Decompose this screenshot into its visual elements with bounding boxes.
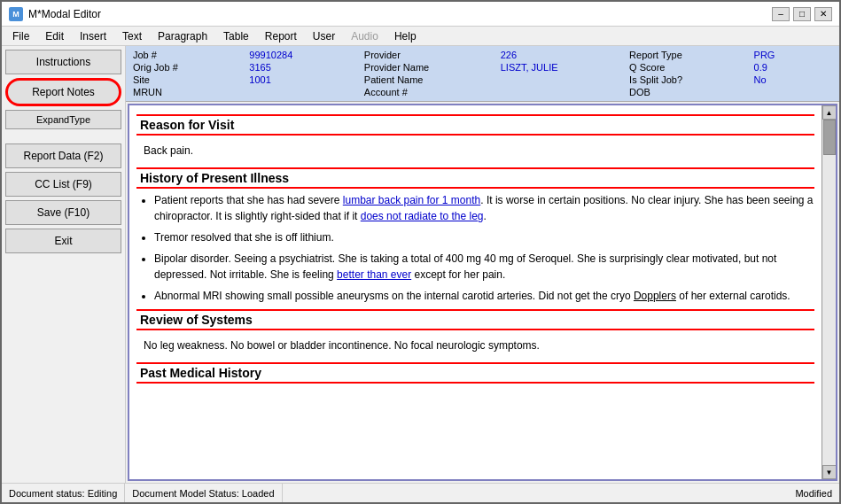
bullet-4: Abnormal MRI showing small possible aneu… <box>154 288 814 304</box>
menu-paragraph[interactable]: Paragraph <box>151 28 214 44</box>
minimize-button[interactable]: – <box>772 7 790 21</box>
account-value <box>501 87 615 97</box>
window-title: M*Modal Editor <box>28 8 101 20</box>
report-type-label: Report Type <box>629 50 739 60</box>
reason-for-visit-text: Back pain. <box>136 139 814 162</box>
exit-button[interactable]: Exit <box>5 229 121 253</box>
scroll-down-button[interactable]: ▼ <box>822 465 837 479</box>
job-value: 99910284 <box>249 50 350 60</box>
q-score-value: 0.9 <box>754 62 832 73</box>
header-grid: Job # 99910284 Provider 226 Report Type … <box>133 50 832 97</box>
section-reason-for-visit: Reason for Visit <box>136 114 814 136</box>
menu-help[interactable]: Help <box>387 28 424 44</box>
orig-job-label: Orig Job # <box>133 62 235 73</box>
status-bar: Document status: Editing Document Model … <box>2 483 839 502</box>
provider-name-value: LISZT, JULIE <box>501 62 615 73</box>
provider-value: 226 <box>501 50 615 60</box>
highlight-dopplers: Dopplers <box>634 290 676 302</box>
highlight-lumbar: lumbar back pain for 1 month <box>343 194 480 206</box>
bullet-2: Tremor resolved that she is off lithium. <box>154 229 814 245</box>
scroll-track[interactable] <box>822 120 836 465</box>
history-bullets: Patient reports that she has had severe … <box>136 192 814 304</box>
section-review: Review of Systems <box>136 309 814 330</box>
dob-label: DOB <box>629 87 739 97</box>
account-label: Account # <box>364 87 487 97</box>
site-label: Site <box>133 74 235 85</box>
instructions-button[interactable]: Instructions <box>5 50 121 74</box>
main-content: Job # 99910284 Provider 226 Report Type … <box>126 46 839 483</box>
menu-file[interactable]: File <box>5 28 36 44</box>
menu-report[interactable]: Report <box>258 28 304 44</box>
menu-user[interactable]: User <box>306 28 342 44</box>
job-label: Job # <box>133 50 235 60</box>
orig-job-value: 3165 <box>249 62 350 73</box>
bullet-1: Patient reports that she has had severe … <box>154 192 814 224</box>
menu-table[interactable]: Table <box>216 28 256 44</box>
document-status: Document status: Editing <box>2 484 125 502</box>
dob-value <box>754 87 832 97</box>
provider-label: Provider <box>364 50 487 60</box>
split-job-label: Is Split Job? <box>629 74 739 85</box>
report-data-button[interactable]: Report Data (F2) <box>5 143 121 168</box>
main-window: M M*Modal Editor – □ ✕ File Edit Insert … <box>0 0 841 504</box>
content-area: Instructions Report Notes ExpandType Rep… <box>2 46 839 483</box>
header-info: Job # 99910284 Provider 226 Report Type … <box>126 46 839 102</box>
highlight-radiate: does not radiate to the leg <box>361 210 484 222</box>
editor-area: Reason for Visit Back pain. History of P… <box>128 104 837 481</box>
section-past-medical: Past Medical History <box>136 362 814 384</box>
app-icon: M <box>9 7 23 21</box>
menu-insert[interactable]: Insert <box>73 28 113 44</box>
model-status: Document Model Status: Loaded <box>125 484 282 502</box>
q-score-label: Q Score <box>629 62 739 73</box>
menu-text[interactable]: Text <box>115 28 149 44</box>
scrollbar[interactable]: ▲ ▼ <box>822 105 836 479</box>
title-bar: M M*Modal Editor – □ ✕ <box>2 2 839 27</box>
menu-edit[interactable]: Edit <box>38 28 71 44</box>
menu-audio[interactable]: Audio <box>344 28 385 44</box>
sidebar: Instructions Report Notes ExpandType Rep… <box>2 46 126 483</box>
provider-name-label: Provider Name <box>364 62 487 73</box>
highlight-better: better than ever <box>337 268 411 281</box>
mrun-label: MRUN <box>133 87 235 97</box>
maximize-button[interactable]: □ <box>793 7 811 21</box>
title-controls: – □ ✕ <box>772 7 832 21</box>
bullet-3: Bipolar disorder. Seeing a psychiatrist.… <box>154 251 814 283</box>
patient-name-value <box>501 74 615 85</box>
split-job-value: No <box>754 74 832 85</box>
patient-name-label: Patient Name <box>364 74 487 85</box>
mrun-value <box>249 87 350 97</box>
close-button[interactable]: ✕ <box>814 7 832 21</box>
scroll-thumb[interactable] <box>823 120 836 155</box>
cc-list-button[interactable]: CC List (F9) <box>5 172 121 197</box>
report-type-value: PRG <box>754 50 832 60</box>
save-button[interactable]: Save (F10) <box>5 200 121 225</box>
editor-content[interactable]: Reason for Visit Back pain. History of P… <box>129 105 822 479</box>
report-notes-button[interactable]: Report Notes <box>5 78 121 106</box>
section-history: History of Present Illness <box>136 167 814 189</box>
title-bar-left: M M*Modal Editor <box>9 7 101 21</box>
site-value: 1001 <box>249 74 350 85</box>
modified-status: Modified <box>788 484 839 502</box>
expand-type-button[interactable]: ExpandType <box>5 110 121 129</box>
sidebar-spacer <box>5 133 121 140</box>
review-text: No leg weakness. No bowel or bladder inc… <box>136 334 814 357</box>
menu-bar: File Edit Insert Text Paragraph Table Re… <box>2 27 839 46</box>
scroll-up-button[interactable]: ▲ <box>822 105 837 120</box>
